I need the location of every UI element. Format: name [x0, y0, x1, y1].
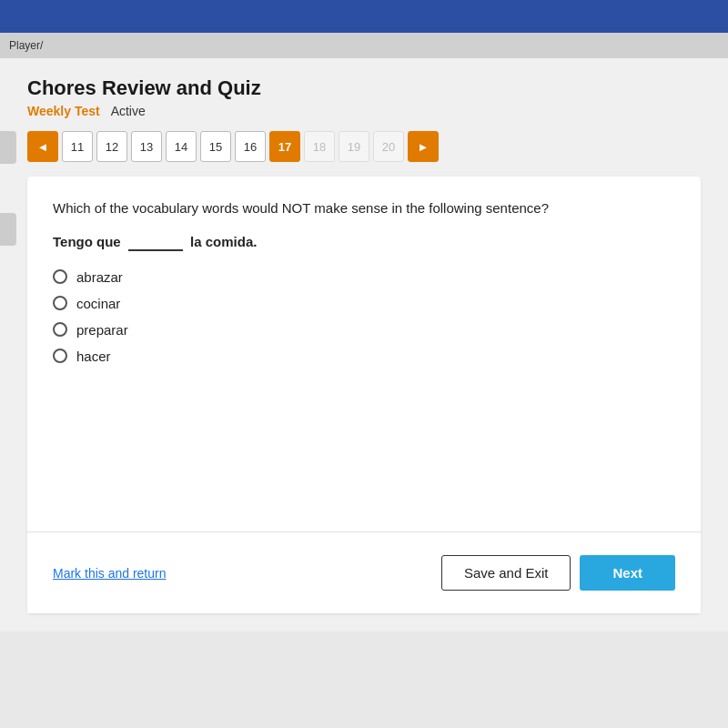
page-18-button[interactable]: 18	[304, 131, 335, 162]
page-11-button[interactable]: 11	[62, 131, 93, 162]
page-15-button[interactable]: 15	[200, 131, 231, 162]
sentence-blank	[128, 234, 183, 251]
prev-page-button[interactable]: ◄	[27, 131, 58, 162]
option-c-label: preparar	[76, 322, 128, 338]
option-b[interactable]: cocinar	[53, 296, 675, 311]
left-tab-1	[0, 131, 16, 164]
main-container: Chores Review and Quiz Weekly Test Activ…	[0, 58, 728, 632]
left-tab-2	[0, 213, 16, 246]
sentence-prefix: Tengo que	[53, 234, 121, 249]
mark-return-link[interactable]: Mark this and return	[53, 566, 167, 581]
browser-path: Player/	[9, 39, 43, 52]
option-a-label: abrazar	[76, 269, 123, 285]
weekly-test-label: Weekly Test	[27, 104, 100, 118]
pagination-row: ◄ 11 12 13 14 15 16 17 18 19 20 ►	[27, 131, 701, 162]
next-button[interactable]: Next	[580, 555, 675, 591]
option-c[interactable]: preparar	[53, 322, 675, 338]
question-card: Which of the vocabulary words would NOT …	[27, 177, 701, 613]
page-17-button[interactable]: 17	[269, 131, 300, 162]
bottom-bar: Mark this and return Save and Exit Next	[27, 531, 701, 613]
page-12-button[interactable]: 12	[96, 131, 127, 162]
sentence-suffix: la comida.	[190, 234, 257, 249]
save-exit-button[interactable]: Save and Exit	[441, 555, 571, 591]
page-title: Chores Review and Quiz	[27, 76, 701, 100]
page-14-button[interactable]: 14	[166, 131, 197, 162]
page-19-button[interactable]: 19	[339, 131, 369, 162]
option-d-label: hacer	[76, 349, 111, 364]
options-list: abrazar cocinar preparar hacer	[53, 269, 675, 364]
option-a[interactable]: abrazar	[53, 269, 675, 285]
subtitle-row: Weekly Test Active	[27, 104, 701, 118]
sentence-row: Tengo que la comida.	[53, 234, 675, 251]
page-16-button[interactable]: 16	[235, 131, 266, 162]
button-group: Save and Exit Next	[441, 555, 675, 591]
page-13-button[interactable]: 13	[131, 131, 162, 162]
top-bar	[0, 0, 728, 33]
radio-c[interactable]	[53, 322, 67, 337]
option-b-label: cocinar	[76, 296, 120, 311]
radio-a[interactable]	[53, 269, 67, 284]
option-d[interactable]: hacer	[53, 349, 675, 364]
question-text: Which of the vocabulary words would NOT …	[53, 198, 675, 219]
radio-d[interactable]	[53, 349, 67, 363]
page-20-button[interactable]: 20	[373, 131, 404, 162]
active-label: Active	[111, 104, 146, 118]
browser-bar: Player/	[0, 33, 728, 58]
next-page-button[interactable]: ►	[408, 131, 439, 162]
radio-b[interactable]	[53, 296, 67, 310]
